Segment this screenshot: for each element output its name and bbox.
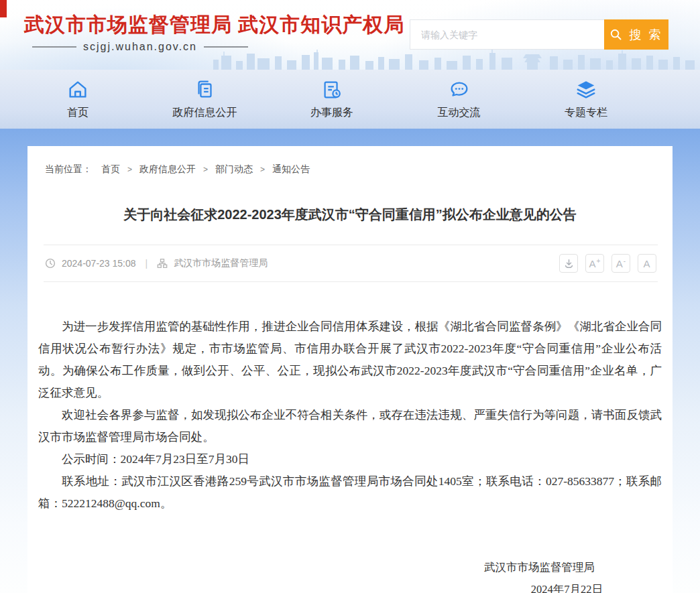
nav-item-label: 互动交流 [438,106,481,120]
source-org-icon [157,258,168,269]
search-button[interactable]: 搜 索 [604,19,668,50]
article-meta-row: 2024-07-23 15:08 | 武汉市市场监督管理局 [44,245,658,282]
main-nav: 首页 政府信息公开 办事服务 [0,70,700,129]
nav-item-label: 专题专栏 [565,106,607,120]
nav-item-home[interactable]: 首页 [38,78,118,120]
article-paragraph: 公示时间：2024年7月23日至7月30日 [38,448,662,470]
breadcrumb-link-home[interactable]: 首页 [101,163,120,176]
search-button-label: 搜 索 [629,27,662,43]
nav-item-label: 政府信息公开 [173,106,237,120]
search-icon [609,28,622,41]
dash-decoration [32,46,76,48]
site-url: scjgj.wuhan.gov.cn [32,41,404,53]
service-document-clock-icon [320,78,343,101]
breadcrumb-separator: > [127,165,132,174]
signature-date: 2024年7月22日 [38,578,662,593]
breadcrumb-link-gov-info[interactable]: 政府信息公开 [139,163,196,176]
nav-item-label: 首页 [67,106,89,120]
meta-separator: | [145,258,148,269]
article-tools: A+ A- A [559,254,656,273]
breadcrumb-link-dept-news[interactable]: 部门动态 [215,163,253,176]
article-paragraph: 为进一步发挥信用监管的基础性作用，推进企业合同信用体系建设，根据《湖北省合同监督… [38,316,662,404]
download-button[interactable] [559,254,578,273]
article-body: 为进一步发挥信用监管的基础性作用，推进企业合同信用体系建设，根据《湖北省合同监督… [38,316,662,515]
nav-item-interaction[interactable]: 互动交流 [419,78,500,120]
breadcrumb-link-notices[interactable]: 通知公告 [272,163,310,176]
publish-date: 2024-07-23 15:08 [62,258,136,269]
font-increase-button[interactable]: A+ [585,254,604,273]
article-paragraph: 欢迎社会各界参与监督，如发现拟公布企业不符合相关条件，或存在违法违规、严重失信行… [38,404,662,448]
content-card: 当前位置： 首页 > 政府信息公开 > 部门动态 > 通知公告 关于向社会征求2… [27,146,673,593]
breadcrumb-separator: > [260,165,265,174]
download-icon [563,258,575,269]
article-paragraph: 联系地址：武汉市江汉区香港路259号武汉市市场监督管理局市场合同处1405室；联… [38,470,662,515]
nav-item-gov-info[interactable]: 政府信息公开 [165,78,245,120]
site-url-text: scjgj.wuhan.gov.cn [83,41,197,53]
dash-decoration [204,46,248,48]
breadcrumb-label: 当前位置： [45,163,92,176]
search-input[interactable] [410,19,604,50]
article-title: 关于向社会征求2022-2023年度武汉市“守合同重信用”拟公布企业意见的公告 [72,205,628,224]
breadcrumb: 当前位置： 首页 > 政府信息公开 > 部门动态 > 通知公告 [38,163,662,176]
signature-org: 武汉市市场监督管理局 [38,556,662,578]
page: 武汉市市场监督管理局 武汉市知识产权局 scjgj.wuhan.gov.cn 搜… [0,0,700,593]
article-source: 武汉市市场监督管理局 [174,257,268,269]
nav-item-label: 办事服务 [310,106,353,120]
nav-item-special-topics[interactable]: 专题专栏 [546,78,626,120]
clock-icon [45,258,56,269]
site-branding: 武汉市市场监督管理局 武汉市知识产权局 scjgj.wuhan.gov.cn [24,13,404,53]
search-bar: 搜 索 [410,19,668,50]
font-decrease-button[interactable]: A- [611,254,630,273]
corner-accent [0,0,7,17]
site-header: 武汉市市场监督管理局 武汉市知识产权局 scjgj.wuhan.gov.cn 搜… [0,0,700,70]
nav-item-services[interactable]: 办事服务 [292,78,372,120]
chat-bubble-icon [448,78,471,101]
documents-icon [194,78,217,101]
site-title: 武汉市市场监督管理局 武汉市知识产权局 [24,13,404,36]
home-icon [66,78,89,101]
article-meta: 2024-07-23 15:08 | 武汉市市场监督管理局 [45,257,268,269]
content-backdrop: 当前位置： 首页 > 政府信息公开 > 部门动态 > 通知公告 关于向社会征求2… [0,129,700,593]
font-reset-button[interactable]: A [638,254,656,273]
article-signature: 武汉市市场监督管理局 2024年7月22日 [38,556,662,593]
layers-icon [575,78,597,101]
breadcrumb-separator: > [203,165,208,174]
